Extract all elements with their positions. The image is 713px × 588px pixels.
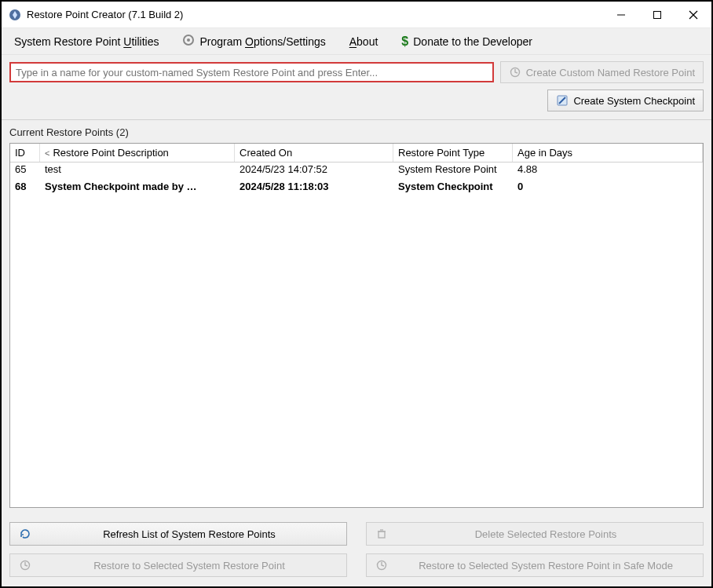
refresh-icon [18, 527, 32, 541]
dollar-icon: $ [401, 35, 408, 49]
app-window: Restore Point Creator (7.1 Build 2) Syst… [0, 0, 713, 588]
restore-points-label: Current Restore Points (2) [9, 126, 704, 138]
column-id[interactable]: ID [10, 144, 40, 162]
close-button[interactable] [675, 2, 711, 27]
app-icon [8, 8, 22, 22]
minimize-button[interactable] [603, 2, 639, 27]
footer-buttons: Refresh List of System Restore Points De… [2, 516, 711, 586]
column-description[interactable]: < Restore Point Description [40, 144, 235, 162]
create-checkpoint-button[interactable]: Create System Checkpoint [547, 89, 704, 111]
menu-system-restore-utilities[interactable]: System Restore Point Utilities [9, 32, 163, 51]
window-title: Restore Point Creator (7.1 Build 2) [27, 9, 183, 20]
table-header: ID < Restore Point Description Created O… [10, 144, 703, 163]
titlebar: Restore Point Creator (7.1 Build 2) [2, 2, 711, 28]
delete-button[interactable]: Delete Selected Restore Points [366, 522, 704, 546]
column-age[interactable]: Age in Days [513, 144, 703, 162]
clock-arrow-icon [509, 66, 521, 79]
toolbar: Create Custom Named Restore Point Create… [2, 55, 711, 120]
table-row[interactable]: 65test2024/5/23 14:07:52System Restore P… [10, 163, 703, 180]
restore-safe-icon [375, 558, 389, 572]
svg-rect-2 [654, 11, 661, 18]
create-custom-button[interactable]: Create Custom Named Restore Point [500, 61, 704, 83]
restore-icon [18, 558, 32, 572]
window-controls [603, 2, 711, 27]
column-created-on[interactable]: Created On [235, 144, 393, 162]
restore-points-table: ID < Restore Point Description Created O… [9, 143, 704, 508]
restore-point-name-input[interactable] [9, 62, 494, 82]
menubar: System Restore Point Utilities Program O… [2, 28, 711, 55]
pencil-disk-icon [556, 94, 569, 107]
menu-donate[interactable]: $ Donate to the Developer [397, 31, 537, 52]
menu-program-options[interactable]: Program Options/Settings [177, 31, 330, 52]
trash-icon [375, 527, 389, 541]
svg-point-6 [187, 38, 190, 42]
maximize-button[interactable] [639, 2, 675, 27]
refresh-button[interactable]: Refresh List of System Restore Points [9, 522, 347, 546]
table-row[interactable]: 68System Checkpoint made by …2024/5/28 1… [10, 180, 703, 197]
content-area: Current Restore Points (2) ID < Restore … [2, 120, 711, 516]
svg-rect-9 [378, 531, 385, 538]
menu-about[interactable]: About [345, 32, 383, 51]
restore-button[interactable]: Restore to Selected System Restore Point [9, 553, 347, 577]
table-body: 65test2024/5/23 14:07:52System Restore P… [10, 163, 703, 507]
restore-safe-mode-button[interactable]: Restore to Selected System Restore Point… [366, 553, 704, 577]
gear-icon [182, 34, 195, 49]
chevron-left-icon: < [45, 148, 49, 158]
column-type[interactable]: Restore Point Type [393, 144, 513, 162]
